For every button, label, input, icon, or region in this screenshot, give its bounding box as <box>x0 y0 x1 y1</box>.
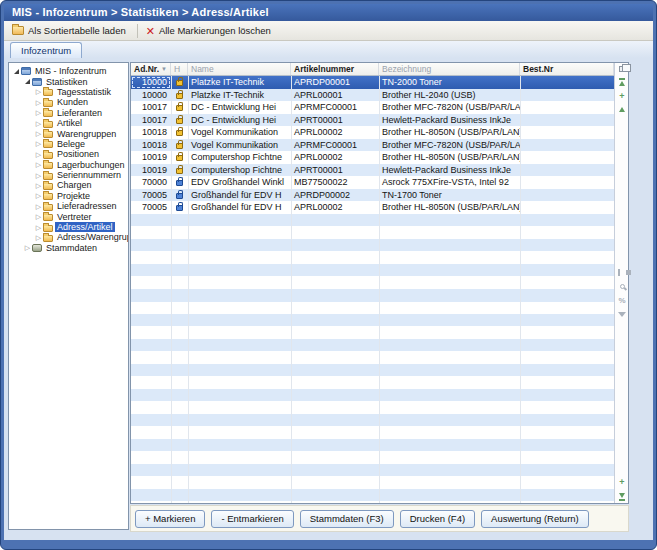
collapsed-arrow-icon[interactable]: ▷ <box>34 99 43 106</box>
collapsed-arrow-icon[interactable]: ▷ <box>34 192 43 199</box>
lock-icon <box>176 205 183 211</box>
tree-item-positionen[interactable]: ▷Positionen <box>9 149 128 159</box>
tree-item-projekte[interactable]: ▷Projekte <box>9 191 128 201</box>
cell-bez: Asrock 775XFire-VSTA, Intel 92 <box>379 176 520 189</box>
expanded-arrow-icon[interactable] <box>12 69 21 74</box>
folder-icon <box>43 129 55 138</box>
tree-item-kunden[interactable]: ▷Kunden <box>9 97 128 107</box>
tree-item-chargen[interactable]: ▷Chargen <box>9 180 128 190</box>
lock-icon <box>176 80 183 86</box>
lock-icon <box>176 143 183 149</box>
load-sort-table-label: Als Sortiertabelle laden <box>28 25 126 36</box>
mark-button[interactable]: + Markieren <box>135 510 205 528</box>
column-header-h[interactable]: H <box>171 63 188 75</box>
column-header-artnr[interactable]: Artikelnummer <box>291 63 379 75</box>
tree-item-lieferanten[interactable]: ▷Lieferanten <box>9 108 128 118</box>
tab-infozentrum[interactable]: Infozentrum <box>10 42 82 58</box>
print-button[interactable]: Drucken (F4) <box>400 510 475 528</box>
tree-item-label: Tagesstatistik <box>55 87 113 97</box>
table-row[interactable]: 10018Vogel KommunikationAPRMFC00001Broth… <box>131 139 614 152</box>
cell-artnr: APRDP00001 <box>291 76 379 89</box>
column-header-label: Best.Nr <box>523 63 553 75</box>
table-row[interactable]: 10017DC - Entwicklung HeiAPRMFC00001Brot… <box>131 101 614 114</box>
tree-item-seriennummern[interactable]: ▷Seriennummern <box>9 170 128 180</box>
collapsed-arrow-icon[interactable]: ▷ <box>34 234 43 241</box>
column-chooser-icon[interactable] <box>617 64 627 74</box>
tree-item-adress-warengruppen[interactable]: ▷Adress/Warengruppen <box>9 232 128 242</box>
cell-adnr: 10017 <box>131 101 171 114</box>
cell-artnr: APRT00001 <box>291 114 379 127</box>
clear-all-marks-button[interactable]: ✕ Alle Markierungen löschen <box>143 24 277 37</box>
collapsed-arrow-icon[interactable]: ▷ <box>34 130 43 137</box>
tree-item-statistiken[interactable]: Statistiken <box>9 76 128 86</box>
cell-adnr: 10019 <box>131 164 171 177</box>
search-icon[interactable] <box>617 281 627 291</box>
collapsed-arrow-icon[interactable]: ▷ <box>34 213 43 220</box>
table-row[interactable]: 70005Großhandel für EDV HAPRDP00002TN-17… <box>131 189 614 202</box>
cell-artnr: APRT00001 <box>291 164 379 177</box>
toolbar-separator <box>137 24 138 38</box>
collapsed-arrow-icon[interactable]: ▷ <box>34 161 43 168</box>
table-row[interactable]: 10000Platzke IT-TechnikAPRL00001Brother … <box>131 89 614 102</box>
expanded-arrow-icon[interactable] <box>23 79 32 84</box>
collapsed-arrow-icon[interactable]: ▷ <box>34 140 43 147</box>
cell-bez: Brother HL-8050N (USB/PAR/LAN) <box>379 201 520 214</box>
table-row[interactable]: 10018Vogel KommunikationAPRL00002Brother… <box>131 126 614 139</box>
column-header-adnr[interactable]: Ad.Nr.▼ <box>131 63 171 75</box>
column-header-label: Ad.Nr. <box>134 63 159 75</box>
cell-bestnr <box>520 139 614 152</box>
table-row[interactable]: 70000EDV Großhandel WinklMB77500022Asroc… <box>131 176 614 189</box>
collapsed-arrow-icon[interactable]: ▷ <box>34 224 43 231</box>
scroll-to-top-icon[interactable] <box>617 78 627 88</box>
scroll-up-icon[interactable] <box>617 104 627 114</box>
scroll-to-bottom-icon[interactable] <box>617 490 627 500</box>
column-header-bestnr[interactable]: Best.Nr <box>520 63 614 75</box>
collapsed-arrow-icon[interactable]: ▷ <box>23 244 32 251</box>
cell-adnr: 10000 <box>131 76 171 89</box>
window-content: MIS - Infozentrum > Statistiken > Adress… <box>4 4 653 540</box>
tree-item-adress-artikel[interactable]: ▷Adress/Artikel <box>9 222 128 232</box>
cell-h <box>171 114 188 127</box>
collapsed-arrow-icon[interactable]: ▷ <box>34 182 43 189</box>
cell-bez: Brother HL-2040 (USB) <box>379 89 520 102</box>
collapsed-arrow-icon[interactable]: ▷ <box>34 88 43 95</box>
tree-item-artikel[interactable]: ▷Artikel <box>9 118 128 128</box>
collapsed-arrow-icon[interactable]: ▷ <box>34 203 43 210</box>
collapse-rows-icon[interactable]: + <box>617 477 627 487</box>
tree-item-stammdaten[interactable]: ▷Stammdaten <box>9 243 128 253</box>
app-icon <box>32 78 44 86</box>
action-button-bar: + Markieren- EntmarkierenStammdaten (F3)… <box>130 505 629 532</box>
table-row[interactable]: 10019Computershop FichtneAPRT00001Hewlet… <box>131 164 614 177</box>
collapsed-arrow-icon[interactable]: ▷ <box>34 151 43 158</box>
expand-rows-icon[interactable]: + <box>617 91 627 101</box>
cell-adnr: 10000 <box>131 89 171 102</box>
load-sort-table-button[interactable]: Als Sortiertabelle laden <box>9 24 132 37</box>
table-row[interactable]: 10017DC - Entwicklung HeiAPRT00001Hewlet… <box>131 114 614 127</box>
tree-item-warengruppen[interactable]: ▷Warengruppen <box>9 128 128 138</box>
table-row[interactable]: 10000Platzke IT-TechnikAPRDP00001TN-2000… <box>131 76 614 89</box>
tree-item-mis-infozentrum[interactable]: MIS - Infozentrum <box>9 66 128 76</box>
column-header-bez[interactable]: Bezeichnung <box>379 63 520 75</box>
unmark-button[interactable]: - Entmarkieren <box>211 510 293 528</box>
tree-item-lieferadressen[interactable]: ▷Lieferadressen <box>9 201 128 211</box>
cell-h <box>171 126 188 139</box>
tree-item-lagerbuchungen[interactable]: ▷Lagerbuchungen <box>9 160 128 170</box>
filter-icon[interactable] <box>617 309 627 319</box>
tree-item-label: Lieferadressen <box>55 201 119 211</box>
table-row[interactable]: 70005Großhandel für EDV HAPRL00002Brothe… <box>131 201 614 214</box>
folder-icon <box>43 87 55 96</box>
collapsed-arrow-icon[interactable]: ▷ <box>34 109 43 116</box>
columns-icon[interactable] <box>617 267 627 277</box>
cell-bez: Hewlett-Packard Business InkJe <box>379 164 520 177</box>
percent-icon[interactable]: % <box>617 295 627 305</box>
tree-item-vertreter[interactable]: ▷Vertreter <box>9 211 128 221</box>
collapsed-arrow-icon[interactable]: ▷ <box>34 172 43 179</box>
cell-name: Vogel Kommunikation <box>188 139 291 152</box>
column-header-name[interactable]: Name <box>188 63 291 75</box>
table-row[interactable]: 10019Computershop FichtneAPRL00002Brothe… <box>131 151 614 164</box>
auswertung-button[interactable]: Auswertung (Return) <box>481 510 589 528</box>
stammdaten-button[interactable]: Stammdaten (F3) <box>300 510 394 528</box>
tree-item-belege[interactable]: ▷Belege <box>9 139 128 149</box>
tree-item-tagesstatistik[interactable]: ▷Tagesstatistik <box>9 87 128 97</box>
collapsed-arrow-icon[interactable]: ▷ <box>34 120 43 127</box>
